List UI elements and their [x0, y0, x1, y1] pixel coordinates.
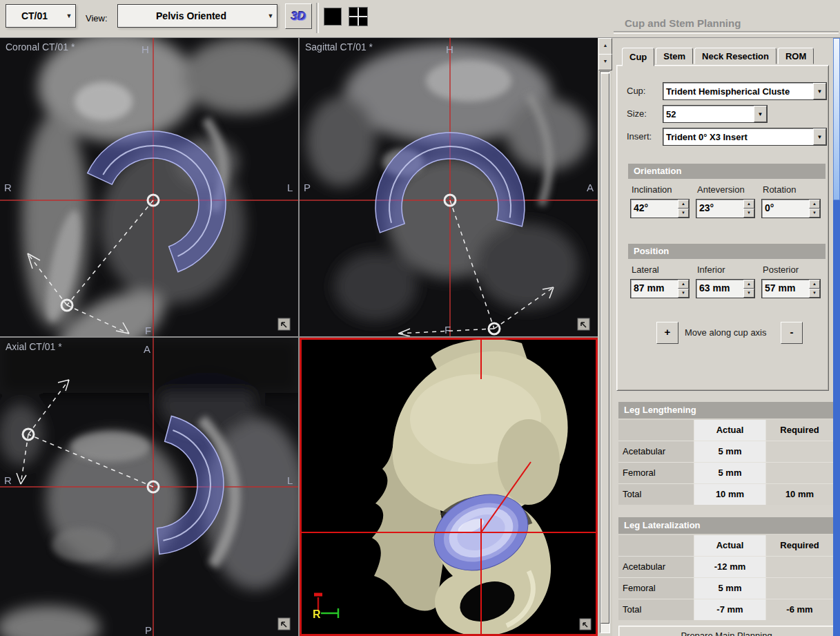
toolbar-separator — [316, 3, 319, 33]
column-header-actual: Actual — [694, 535, 765, 556]
leg-lateralization-header: Leg Lateralization — [618, 517, 833, 534]
sagittal-viewport[interactable]: Sagittal CT/01 * H P A F — [300, 38, 598, 336]
restore-view-icon[interactable] — [278, 618, 290, 630]
tab-stem[interactable]: Stem — [656, 48, 693, 64]
chevron-down-icon[interactable]: ▼ — [813, 83, 826, 99]
spin-down-icon[interactable]: ▼ — [809, 289, 820, 298]
insert-select[interactable]: Trident 0° X3 Insert ▼ — [663, 128, 827, 146]
axis-label-r: R — [313, 608, 321, 620]
panel-scrollbar-thumb[interactable] — [833, 38, 840, 200]
size-label: Size: — [627, 108, 647, 119]
orientation-letter-bottom: F — [445, 324, 451, 336]
page-title: Cup and Stem Planning — [625, 17, 741, 29]
row-label: Total — [618, 599, 694, 620]
size-select[interactable]: 52 ▼ — [663, 105, 768, 123]
column-header-required: Required — [766, 420, 833, 441]
row-label: Acetabular — [618, 557, 694, 577]
spin-down-icon[interactable]: ▼ — [809, 209, 820, 218]
orientation-section-header: Orientation — [628, 164, 826, 179]
panel-scrollbar[interactable] — [833, 38, 840, 636]
move-cup-minus-button[interactable]: - — [781, 322, 803, 344]
cup-label: Cup: — [627, 86, 645, 96]
prepare-main-planning-button[interactable]: Prepare Main Planning — [618, 626, 834, 636]
restore-view-icon[interactable] — [578, 318, 589, 330]
chevron-down-icon[interactable]: ▼ — [63, 12, 75, 19]
move-cup-axis-label: Move along cup axis — [685, 327, 767, 338]
anteversion-stepper[interactable]: 23° ▲▼ — [696, 199, 755, 218]
spin-up-icon[interactable]: ▲ — [809, 280, 820, 289]
coronal-viewport[interactable]: Coronal CT/01 * H R L F — [0, 38, 298, 336]
size-select-value: 52 — [663, 109, 754, 119]
single-view-layout-button[interactable] — [322, 6, 344, 28]
tab-rom[interactable]: ROM — [778, 48, 814, 64]
study-selector[interactable]: CT/01 ▼ — [6, 4, 76, 28]
axial-viewport[interactable]: Axial CT/01 * A R L P — [0, 338, 298, 636]
rotation-label: Rotation — [763, 184, 796, 195]
cell-actual: 5 mm — [694, 441, 765, 462]
cup-select-value: Trident Hemispherical Cluste — [663, 86, 813, 97]
restore-view-icon[interactable] — [278, 318, 290, 330]
title-divider — [614, 31, 839, 34]
orientation-letter-top: A — [144, 343, 150, 355]
3d-toggle-button[interactable]: 3D — [285, 3, 312, 29]
chevron-down-icon[interactable]: ▼ — [813, 128, 826, 145]
viewport-grid: Coronal CT/01 * H R L F — [0, 38, 598, 636]
inferior-label: Inferior — [697, 264, 725, 275]
view-selector[interactable]: Pelvis Oriented ▼ — [117, 4, 277, 28]
anteversion-label: Anteversion — [697, 184, 745, 195]
slice-thumb[interactable] — [600, 73, 609, 624]
rotation-stepper[interactable]: 0° ▲▼ — [761, 199, 821, 218]
inferior-stepper[interactable]: 63 mm ▲▼ — [696, 279, 755, 298]
spin-down-icon[interactable]: ▼ — [743, 289, 754, 298]
spin-up-icon[interactable]: ▲ — [678, 200, 689, 209]
leg-lengthening-table: Actual Required Acetabular 5 mm Femoral … — [618, 420, 833, 505]
chevron-down-icon[interactable]: ▼ — [754, 106, 767, 122]
table-corner-cell — [618, 535, 694, 556]
cell-required — [766, 578, 833, 599]
posterior-stepper[interactable]: 57 mm ▲▼ — [761, 279, 821, 298]
cell-required — [766, 463, 833, 483]
move-cup-plus-button[interactable]: + — [656, 322, 678, 344]
slice-track[interactable] — [600, 71, 610, 633]
chevron-down-icon[interactable]: ▼ — [264, 12, 277, 19]
cell-required — [766, 441, 833, 462]
spin-up-icon[interactable]: ▲ — [743, 200, 754, 209]
spin-up-icon: ▲ — [603, 43, 608, 48]
planning-panel: CupStemNeck ResectionROM Cup: Trident He… — [612, 38, 833, 636]
spin-down-icon[interactable]: ▼ — [743, 209, 754, 218]
lateral-stepper[interactable]: 87 mm ▲▼ — [630, 279, 690, 298]
quad-view-layout-button[interactable] — [347, 6, 369, 28]
cup-select[interactable]: Trident Hemispherical Cluste ▼ — [663, 82, 827, 100]
cell-actual: 10 mm — [694, 484, 765, 505]
tab-neck-resection[interactable]: Neck Resection — [694, 48, 776, 64]
inclination-label: Inclination — [632, 184, 672, 195]
posterior-label: Posterior — [763, 264, 799, 275]
inclination-stepper[interactable]: 42° ▲▼ — [630, 199, 690, 218]
spin-up-icon[interactable]: ▲ — [743, 280, 754, 289]
orientation-letter-right: L — [287, 182, 293, 193]
cell-required — [766, 557, 833, 577]
spin-down-icon[interactable]: ▼ — [678, 209, 689, 218]
orientation-letter-right: A — [587, 182, 594, 193]
tab-cup[interactable]: Cup — [622, 48, 654, 66]
spin-up-icon[interactable]: ▲ — [678, 280, 689, 289]
view-selector-value: Pelvis Oriented — [118, 10, 264, 21]
row-label: Femoral — [618, 463, 694, 483]
slice-scrollbar: ▲ ▼ — [598, 38, 612, 636]
3d-icon: 3D — [291, 10, 306, 23]
leg-lateralization-table: Actual Required Acetabular -12 mm Femora… — [618, 535, 833, 620]
insert-label: Insert: — [627, 131, 652, 142]
orientation-letter-top: H — [141, 44, 149, 55]
restore-view-icon[interactable] — [580, 619, 591, 630]
cup-tab-page: Cup: Trident Hemispherical Cluste ▼ Size… — [616, 65, 829, 391]
spin-up-icon[interactable]: ▲ — [809, 200, 820, 209]
slice-down-button[interactable]: ▼ — [598, 54, 612, 70]
slice-up-button[interactable]: ▲ — [598, 38, 612, 55]
spin-down-icon[interactable]: ▼ — [678, 289, 689, 298]
cell-actual: 5 mm — [694, 463, 765, 483]
cell-actual: -12 mm — [694, 557, 765, 577]
cell-actual: 5 mm — [694, 578, 765, 599]
3d-viewport[interactable]: R — [300, 338, 598, 636]
toolbar: CT/01 ▼ View: Pelvis Oriented ▼ 3D Cup a… — [0, 0, 840, 38]
study-selector-value: CT/01 — [6, 10, 63, 21]
